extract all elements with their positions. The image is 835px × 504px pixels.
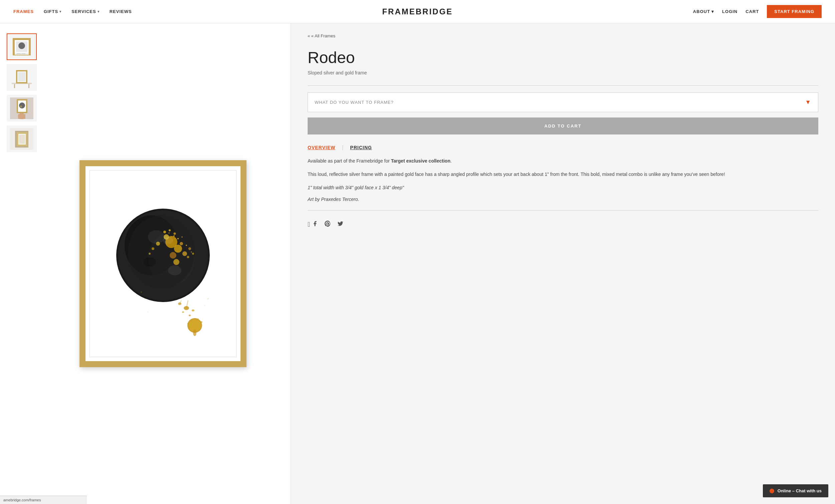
svg-point-75 bbox=[148, 230, 165, 244]
description-2: This loud, reflective silver frame with … bbox=[308, 171, 818, 178]
svg-point-46 bbox=[187, 256, 189, 258]
svg-rect-13 bbox=[28, 84, 29, 88]
description-3: 1" total width with 3/4" gold face x 1 3… bbox=[308, 184, 818, 192]
svg-point-74 bbox=[204, 305, 205, 306]
dropdown-arrow-icon: ▼ bbox=[805, 99, 811, 106]
pinterest-icon[interactable] bbox=[325, 220, 331, 228]
nav-login[interactable]: LOGIN bbox=[722, 9, 737, 14]
svg-point-50 bbox=[182, 237, 183, 238]
svg-point-34 bbox=[174, 245, 182, 253]
tab-pricing[interactable]: PRICING bbox=[350, 145, 372, 150]
svg-point-17 bbox=[19, 103, 25, 108]
url-bar: amebridge.com/frames bbox=[0, 496, 87, 504]
about-chevron-icon: ▾ bbox=[711, 9, 714, 14]
chat-status-dot bbox=[770, 489, 774, 493]
svg-point-47 bbox=[151, 247, 154, 250]
thumbnail-4[interactable] bbox=[7, 126, 37, 152]
svg-point-76 bbox=[163, 236, 173, 244]
svg-point-64 bbox=[193, 330, 197, 336]
thumbnail-1[interactable] bbox=[7, 34, 37, 60]
artwork-canvas bbox=[91, 172, 235, 355]
left-panel bbox=[0, 23, 290, 504]
svg-point-77 bbox=[168, 265, 181, 275]
thumb1-image bbox=[10, 36, 34, 58]
svg-rect-5 bbox=[17, 54, 21, 54]
gifts-chevron-icon: ▾ bbox=[59, 10, 61, 13]
svg-point-18 bbox=[20, 105, 22, 107]
main-image-area bbox=[42, 30, 284, 497]
nav-right: ABOUT ▾ LOGIN CART START FRAMING bbox=[693, 5, 822, 18]
product-title: Rodeo bbox=[308, 48, 818, 67]
header: FRAMES GIFTS ▾ SERVICES ▾ REVIEWS FRAMEB… bbox=[0, 0, 835, 23]
nav-services[interactable]: SERVICES ▾ bbox=[72, 9, 100, 14]
back-link[interactable]: « All Frames bbox=[308, 34, 818, 38]
tab-overview[interactable]: OVERVIEW bbox=[308, 145, 335, 150]
svg-point-37 bbox=[180, 242, 183, 245]
svg-rect-20 bbox=[18, 114, 20, 119]
svg-point-66 bbox=[199, 328, 200, 330]
nav-cart[interactable]: CART bbox=[746, 9, 759, 14]
nav-left: FRAMES GIFTS ▾ SERVICES ▾ REVIEWS bbox=[13, 9, 132, 14]
chat-label: Online – Chat with us bbox=[777, 488, 822, 493]
product-subtitle: Sloped silver and gold frame bbox=[308, 70, 818, 76]
thumb2-image bbox=[10, 67, 34, 88]
svg-point-67 bbox=[187, 323, 189, 325]
nav-about[interactable]: ABOUT ▾ bbox=[693, 9, 714, 14]
svg-point-38 bbox=[170, 252, 176, 259]
svg-rect-12 bbox=[14, 84, 15, 88]
svg-point-53 bbox=[186, 245, 187, 246]
product-frame bbox=[80, 160, 246, 367]
svg-point-68 bbox=[191, 321, 192, 322]
svg-point-52 bbox=[169, 233, 170, 234]
divider-2 bbox=[308, 210, 818, 211]
svg-point-39 bbox=[182, 251, 187, 256]
svg-point-70 bbox=[141, 291, 142, 293]
svg-point-49 bbox=[177, 238, 179, 239]
svg-point-45 bbox=[192, 253, 194, 255]
svg-point-54 bbox=[191, 252, 192, 253]
svg-point-58 bbox=[182, 311, 184, 313]
svg-point-59 bbox=[189, 315, 191, 316]
svg-point-40 bbox=[174, 259, 179, 265]
artwork-svg bbox=[91, 172, 235, 355]
product-tabs: OVERVIEW | PRICING bbox=[308, 145, 818, 150]
svg-rect-21 bbox=[23, 114, 25, 119]
thumbnail-3[interactable] bbox=[7, 95, 37, 122]
facebook-icon[interactable]:  bbox=[308, 220, 318, 228]
svg-point-69 bbox=[198, 318, 199, 319]
add-to-cart-button[interactable]: ADD TO CART bbox=[308, 118, 818, 134]
social-share-row:  bbox=[308, 220, 818, 228]
site-logo[interactable]: FRAMEBRIDGE bbox=[382, 7, 453, 16]
tab-separator: | bbox=[342, 145, 343, 150]
thumbnail-list bbox=[7, 30, 37, 497]
thumbnail-2[interactable] bbox=[7, 64, 37, 91]
svg-point-57 bbox=[192, 309, 195, 311]
nav-frames[interactable]: FRAMES bbox=[13, 9, 34, 14]
dropdown-placeholder: WHAT DO YOU WANT TO FRAME? bbox=[314, 100, 393, 105]
twitter-icon[interactable] bbox=[337, 220, 343, 228]
nav-gifts[interactable]: GIFTS ▾ bbox=[44, 9, 61, 14]
svg-point-72 bbox=[148, 312, 149, 313]
svg-rect-11 bbox=[18, 72, 25, 81]
nav-reviews[interactable]: REVIEWS bbox=[109, 9, 132, 14]
chat-widget[interactable]: Online – Chat with us bbox=[763, 484, 828, 497]
svg-point-48 bbox=[149, 253, 151, 255]
description-1: Available as part of the Framebridge for… bbox=[308, 157, 818, 165]
frame-type-dropdown[interactable]: WHAT DO YOU WANT TO FRAME? ▼ bbox=[308, 92, 818, 112]
svg-point-73 bbox=[207, 298, 209, 299]
start-framing-button[interactable]: START FRAMING bbox=[767, 5, 822, 18]
svg-point-43 bbox=[174, 233, 176, 235]
svg-point-3 bbox=[18, 42, 25, 49]
services-chevron-icon: ▾ bbox=[98, 10, 100, 13]
svg-point-51 bbox=[174, 235, 175, 237]
description-4: Art by Praxedes Tercero. bbox=[308, 195, 818, 204]
right-panel: « All Frames Rodeo Sloped silver and gol… bbox=[290, 23, 835, 504]
frame-inner bbox=[89, 170, 237, 357]
svg-point-44 bbox=[188, 247, 191, 250]
main-container: « All Frames Rodeo Sloped silver and gol… bbox=[0, 23, 835, 504]
svg-point-71 bbox=[144, 298, 145, 299]
thumb3-image bbox=[10, 98, 34, 119]
svg-rect-26 bbox=[19, 134, 25, 144]
svg-point-42 bbox=[169, 229, 171, 231]
svg-point-41 bbox=[163, 231, 166, 233]
